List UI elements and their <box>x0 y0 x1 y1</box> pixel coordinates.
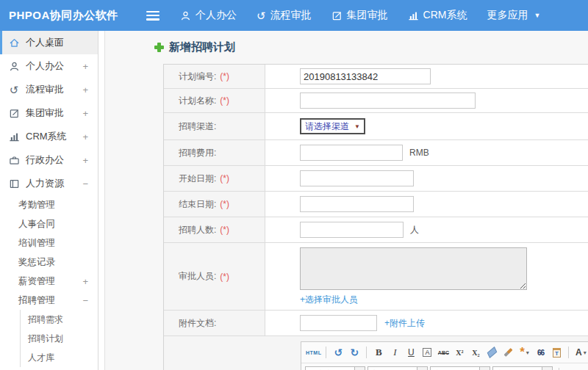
sidebar-divider <box>98 31 105 370</box>
undo-button[interactable]: ↺ <box>331 345 345 360</box>
recruit-plan-form: 计划编号:(*) 计划名称:(*) 招聘渠道: 请选择渠道 ▼ <box>163 64 588 370</box>
home-icon <box>8 37 20 48</box>
format-brush-button[interactable] <box>501 345 515 360</box>
sidebar-item-recruit-demand[interactable]: 招聘需求 <box>20 310 98 329</box>
paint-format-icon: * <box>520 345 525 360</box>
sidebar-item-training-mgmt[interactable]: 培训管理 <box>0 233 98 253</box>
sidebar-item-salary-mgmt[interactable]: 薪资管理+ <box>0 272 98 291</box>
paragraph-format-select[interactable]: 段落格式▾ <box>368 366 428 370</box>
end-date-input[interactable] <box>300 196 414 212</box>
font-family-select[interactable]: 字体▾ <box>430 366 490 370</box>
eraser-icon <box>487 347 497 358</box>
book-icon <box>8 178 20 189</box>
sidebar-item-group-approval[interactable]: 集团审批+ <box>0 101 98 125</box>
sidebar-item-label: 培训管理 <box>18 237 55 250</box>
sidebar-item-admin-office[interactable]: 行政办公+ <box>0 148 98 172</box>
field-label: 结束日期: <box>179 198 216 211</box>
edit-icon <box>331 10 343 21</box>
dropdown-arrow-icon: ▾ <box>417 367 427 370</box>
chart-icon <box>408 10 419 21</box>
strikethrough-button[interactable]: ABC <box>436 345 451 360</box>
headcount-input[interactable] <box>300 222 404 238</box>
superscript-button[interactable]: X² <box>452 345 467 360</box>
font-size-select[interactable]: 字号▾ <box>492 366 553 370</box>
field-label: 开始日期: <box>179 173 216 185</box>
align-center-button[interactable] <box>580 366 588 370</box>
form-row-plan-name: 计划名称:(*) <box>164 89 588 113</box>
attachment-input[interactable] <box>300 315 377 331</box>
bold-button[interactable]: B <box>371 345 386 360</box>
sidebar-item-workflow-approval[interactable]: ↺流程审批+ <box>0 78 98 101</box>
sidebar-item-label: 人才库 <box>28 352 54 364</box>
italic-button[interactable]: I <box>387 345 402 360</box>
sidebar-item-label: 招聘计划 <box>28 333 63 345</box>
sidebar-item-label: 人力资源 <box>26 177 64 190</box>
field-label: 招聘费用: <box>179 147 216 159</box>
sidebar-item-label: 行政办公 <box>26 153 64 167</box>
plan-name-input[interactable] <box>300 92 476 109</box>
flow-icon: ↺ <box>257 10 266 21</box>
select-approvers-link[interactable]: +选择审批人员 <box>300 294 358 306</box>
expand-icon[interactable]: + <box>82 276 88 287</box>
paste-as-text-button[interactable]: T <box>549 345 564 360</box>
start-date-input[interactable] <box>300 170 414 186</box>
paint-format-button[interactable]: * <box>517 345 531 360</box>
html-source-button[interactable]: HTML <box>306 345 321 360</box>
recruit-channel-select[interactable]: 请选择渠道 ▼ <box>300 118 365 134</box>
form-row-plan-no: 计划编号:(*) <box>164 65 588 89</box>
toolbar-separator <box>568 347 569 358</box>
align-left-button[interactable] <box>564 366 578 370</box>
required-mark: (*) <box>220 272 229 282</box>
sidebar-item-recruit-plan[interactable]: 招聘计划 <box>20 329 98 348</box>
nav-item-label: 更多应用 <box>487 9 528 22</box>
sidebar-item-label: 薪资管理 <box>18 275 55 288</box>
plan-no-input[interactable] <box>300 68 431 84</box>
expand-icon[interactable]: + <box>82 131 88 142</box>
field-label: 招聘人数: <box>179 224 216 236</box>
nav-item-crm-system[interactable]: CRM系统 <box>408 9 467 22</box>
blockquote-button[interactable]: 66 <box>533 345 548 360</box>
fee-input[interactable] <box>300 145 403 161</box>
subscript-button[interactable]: X₂ <box>468 345 483 360</box>
expand-icon[interactable]: + <box>82 84 88 95</box>
underline-button[interactable]: U <box>404 345 418 360</box>
expand-icon[interactable]: + <box>82 61 88 72</box>
sidebar-item-human-resources[interactable]: 人力资源− <box>0 172 98 195</box>
sidebar-item-reward-records[interactable]: 奖惩记录 <box>0 253 98 272</box>
required-mark: (*) <box>220 199 229 209</box>
sidebar-item-personal-office[interactable]: 个人办公+ <box>0 54 98 78</box>
approvers-textarea[interactable] <box>300 247 527 290</box>
nav-item-group-approval[interactable]: 集团审批 <box>331 9 388 22</box>
expand-icon[interactable]: + <box>82 108 88 119</box>
field-label: 计划名称: <box>179 95 216 107</box>
sidebar-item-crm-system[interactable]: CRM系统+ <box>0 125 98 148</box>
flow-icon: ↺ <box>8 84 20 95</box>
sidebar-item-attendance-mgmt[interactable]: 考勤管理 <box>0 195 98 214</box>
collapse-icon[interactable]: − <box>82 178 88 189</box>
collapse-icon[interactable]: − <box>82 295 88 306</box>
font-color-button[interactable]: A <box>573 345 588 360</box>
font-border-button[interactable]: A <box>420 345 434 360</box>
nav-item-workflow-approval[interactable]: ↺流程审批 <box>257 9 312 22</box>
form-row-channel: 招聘渠道: 请选择渠道 ▼ <box>164 113 588 140</box>
format-brush-icon <box>503 348 512 357</box>
sidebar-item-talent-pool[interactable]: 人才库 <box>20 348 98 367</box>
sidebar-item-personal-desktop[interactable]: 个人桌面 <box>0 31 98 54</box>
menu-icon[interactable] <box>146 11 159 21</box>
custom-title-select[interactable]: 自定义标题▾ <box>305 366 365 370</box>
sidebar-item-label: 奖惩记录 <box>18 256 55 269</box>
sidebar-item-hr-contract[interactable]: 人事合同 <box>0 214 98 233</box>
nav-item-personal-office[interactable]: 个人办公 <box>180 9 237 22</box>
select-label: 字体 <box>431 367 479 370</box>
sidebar-item-recruit-mgmt[interactable]: 招聘管理− <box>0 291 98 310</box>
field-label: 招聘渠道: <box>179 120 216 133</box>
underline-icon: U <box>408 347 415 358</box>
redo-button[interactable]: ↻ <box>347 345 362 360</box>
undo-icon: ↺ <box>334 347 343 358</box>
unit-label: RMB <box>409 148 429 158</box>
eraser-button[interactable] <box>484 345 499 360</box>
expand-icon[interactable]: + <box>82 155 88 166</box>
select-value: 请选择渠道 <box>305 120 349 133</box>
nav-item-more-apps[interactable]: 更多应用▼ <box>487 9 540 22</box>
upload-attachment-link[interactable]: +附件上传 <box>384 317 425 330</box>
